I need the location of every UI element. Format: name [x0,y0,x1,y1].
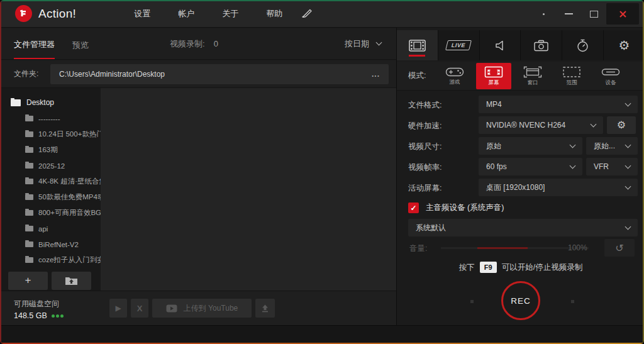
tree-folder-label: --------- [38,115,60,123]
tab-benchmark[interactable] [562,30,604,60]
hotkey-suffix: 可以开始/停止视频录制 [502,262,582,273]
checkbox-checked[interactable]: ✓ [408,203,419,213]
tree-folder-label: BiRefNet-V2 [38,241,79,248]
tree-folder-item[interactable]: api [0,221,101,236]
file-toolbar: ▶ X 上传到 YouTube [109,299,275,318]
audio-device-select[interactable]: 系统默认 [408,219,638,236]
framerate-label: 视频帧率: [408,162,441,173]
add-folder-button[interactable]: + [8,272,48,290]
close-button[interactable] [606,3,639,25]
tree-folder-item[interactable]: coze扣子从入门到实战 [0,252,101,268]
sort-by-dropdown[interactable]: 按日期 [345,38,381,50]
import-folder-button[interactable] [52,272,91,290]
pin-dot-button[interactable] [531,4,556,23]
draw-pen-icon[interactable] [301,9,313,18]
mode-region-label: 范围 [567,79,577,87]
folder-icon [25,257,33,263]
mode-game-button[interactable]: 游戏 [437,63,472,89]
tree-folder-item[interactable]: 10.24日 500+款热门剪映高 [0,126,101,142]
tree-items: --------- 10.24日 500+款热门剪映高 163期 2025-12… [0,111,101,268]
active-screen-value: 桌面 [1920x1080] [486,182,545,193]
video-size-extra-value: 原始... [594,141,615,152]
video-size-extra-select[interactable]: 原始... [586,137,638,155]
menu-item[interactable]: 关于 [222,8,238,19]
chevron-down-icon [625,141,631,148]
hw-accel-select[interactable]: NVIDIA® NVENC H264 [479,116,603,134]
tree-folder-item[interactable]: 163期 [0,142,101,158]
tab-settings[interactable]: ⚙ [604,30,644,60]
minimize-button[interactable] [556,4,581,23]
folder-icon [25,226,33,231]
tab-video-recording[interactable] [397,30,438,60]
upload-button[interactable] [255,299,275,318]
tab-file-manager[interactable]: 文件管理器 [14,29,55,59]
hw-accel-value: NVIDIA® NVENC H264 [486,121,565,130]
menu-item[interactable]: 设置 [134,8,150,19]
file-manager-header: 文件管理器 预览 视频录制:0 按日期 [0,28,396,60]
framerate-mode-select[interactable]: VFR [586,158,638,175]
tree-folder-label: 800+可商用音效BGM... [38,208,101,218]
upload-youtube-label: 上传到 YouTube [184,303,238,314]
hotkey-key-badge: F9 [480,262,497,273]
app-title: Action! [38,7,76,21]
recordings-counter: 视频录制:0 [170,38,218,50]
upload-arrow-icon [261,304,269,313]
play-button[interactable]: ▶ [109,299,127,318]
chevron-down-icon [570,162,576,169]
menu-item[interactable]: 帐户 [178,8,194,19]
upload-youtube-button[interactable]: 上传到 YouTube [152,299,252,318]
mode-screen-button[interactable]: 屏幕 [476,63,511,89]
disk-space-label: 可用磁盘空间 [14,299,64,309]
mode-window-button[interactable]: 窗口 [515,63,550,89]
tab-preview[interactable]: 预览 [72,30,89,58]
tree-folder-item[interactable]: 50款最佳免费MP4动态... [0,189,101,205]
folder-path-input[interactable]: C:\Users\Administrator\Desktop ... [50,64,389,84]
window-capture-icon [523,66,542,78]
mode-device-button[interactable]: 设备 [593,63,628,89]
tree-folder-item[interactable]: 2025-12 [0,158,101,174]
folder-icon [25,179,33,184]
tree-folder-item[interactable]: --------- [0,111,101,126]
framerate-mode-value: VFR [594,162,609,171]
bottom-strip [0,325,644,343]
mode-region-button[interactable]: 范围 [554,63,589,89]
folder-tree: Desktop --------- 10.24日 500+款热门剪映高 163期… [0,88,101,291]
mode-device-label: 设备 [606,79,616,87]
tree-folder-item[interactable]: BiRefNet-V2 [0,236,101,252]
titlebar: Action! 设置帐户关于帮助 [0,0,644,28]
film-strip-icon [409,40,426,52]
hotkey-prefix: 按下 [459,262,475,273]
framerate-select[interactable]: 60 fps [479,158,582,175]
mode-label: 模式: [408,70,426,81]
hw-accel-settings-button[interactable]: ⚙ [607,116,636,134]
volume-reset-button[interactable]: ↺ [604,239,635,257]
minimize-icon [565,13,573,14]
mode-row: 模式: 游戏 [397,62,644,91]
framerate-row: 视频帧率: 60 fps VFR [397,158,644,175]
tree-folder-item[interactable]: 800+可商用音效BGM... [0,205,101,221]
chevron-down-icon [625,223,631,230]
video-size-select[interactable]: 原始 [479,137,582,155]
tab-audio-recording[interactable] [480,30,521,60]
file-list-area[interactable] [101,88,396,291]
audio-device-value: 系统默认 [416,223,446,233]
file-format-select[interactable]: MP4 [479,96,638,113]
disk-space: 可用磁盘空间 148.5 GB [14,299,64,320]
rec-left-marker [470,300,474,303]
delete-button[interactable]: X [131,299,148,318]
tab-screenshot[interactable] [521,30,562,60]
active-screen-row: 活动屏幕: 桌面 [1920x1080] [397,179,644,196]
file-format-label: 文件格式: [408,100,441,111]
tab-live-streaming[interactable]: LIVE [438,30,480,60]
tree-folder-item[interactable]: 4K-8K 超清·壁纸合集 29G [0,174,101,189]
tree-folder-label: 163期 [38,145,58,155]
menu-item[interactable]: 帮助 [266,8,282,19]
browse-button[interactable]: ... [372,70,380,79]
tree-folder-label: 2025-12 [38,162,65,170]
active-screen-select[interactable]: 桌面 [1920x1080] [479,179,638,196]
folder-icon [11,99,21,106]
tree-root-desktop[interactable]: Desktop [0,88,101,111]
volume-value: 100% [568,243,587,252]
maximize-button[interactable] [581,4,606,23]
rec-button[interactable]: REC [501,281,540,320]
